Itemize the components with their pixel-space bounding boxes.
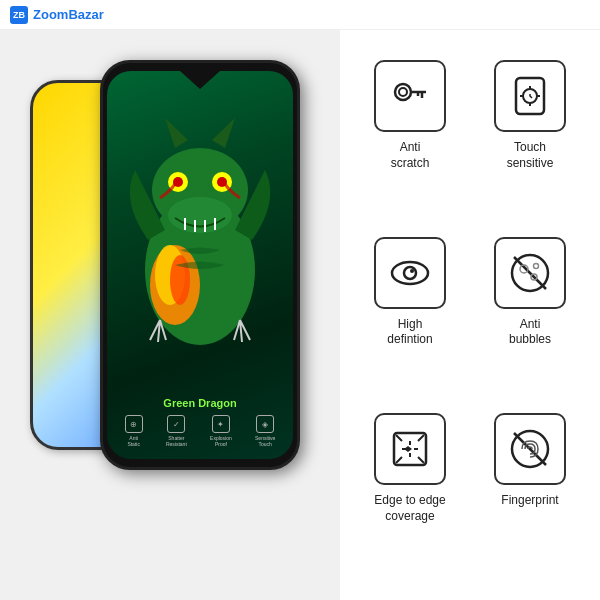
svg-point-2 bbox=[168, 197, 232, 233]
phone-feat-label: ExplosionProof bbox=[210, 435, 232, 447]
feature-label-anti-scratch: Antiscratch bbox=[391, 140, 430, 171]
phone-notch bbox=[180, 71, 220, 89]
phone-front: Green Dragon ⊕ AntiStatic ✓ ShatterResis… bbox=[100, 60, 300, 470]
feature-label-fingerprint: Fingerprint bbox=[501, 493, 558, 509]
feature-icon-box-edge-to-edge bbox=[374, 413, 446, 485]
phone-features-strip: ⊕ AntiStatic ✓ ShatterResistant ✦ Explos… bbox=[111, 411, 289, 451]
phone-feat-icon: ⊕ bbox=[125, 415, 143, 433]
phone-feat-label: ShatterResistant bbox=[166, 435, 187, 447]
phone-feat-item: ✦ ExplosionProof bbox=[210, 415, 232, 447]
feature-icon-box-touch-sensitive bbox=[494, 60, 566, 132]
svg-point-24 bbox=[404, 267, 416, 279]
feature-item-high-definition: Highdefintion bbox=[350, 227, 470, 404]
feature-item-edge-to-edge: Edge to edgecoverage bbox=[350, 403, 470, 580]
feature-icon-box-anti-bubbles bbox=[494, 237, 566, 309]
feature-label-anti-bubbles: Antibubbles bbox=[509, 317, 551, 348]
svg-point-16 bbox=[395, 84, 411, 100]
phone-feat-item: ◈ SensitiveTouch bbox=[255, 415, 275, 447]
feature-icon-box-high-definition bbox=[374, 237, 446, 309]
svg-line-33 bbox=[514, 433, 546, 465]
phone-feat-label: AntiStatic bbox=[127, 435, 140, 447]
phones-section: Green Dragon ⊕ AntiStatic ✓ ShatterResis… bbox=[0, 30, 340, 600]
feature-item-fingerprint: Fingerprint bbox=[470, 403, 590, 580]
feature-icon-box-fingerprint bbox=[494, 413, 566, 485]
svg-point-23 bbox=[392, 262, 428, 284]
phone-feat-icon: ✓ bbox=[167, 415, 185, 433]
phone-feat-label: SensitiveTouch bbox=[255, 435, 275, 447]
feature-label-touch-sensitive: Touchsensitive bbox=[507, 140, 554, 171]
svg-marker-7 bbox=[165, 118, 188, 148]
phone-feat-icon: ◈ bbox=[256, 415, 274, 433]
svg-point-30 bbox=[534, 263, 539, 268]
phone-feat-item: ✓ ShatterResistant bbox=[166, 415, 187, 447]
feature-label-edge-to-edge: Edge to edgecoverage bbox=[374, 493, 445, 524]
feature-item-touch-sensitive: Touchsensitive bbox=[470, 50, 590, 227]
logo-icon: ZB bbox=[10, 6, 28, 24]
logo-text: ZoomBazar bbox=[33, 7, 104, 22]
dragon-illustration bbox=[120, 110, 280, 370]
svg-line-27 bbox=[514, 257, 546, 289]
dragon-area bbox=[107, 81, 293, 399]
features-section: Antiscratch Touchsensitive Highdefintion… bbox=[340, 30, 600, 600]
svg-point-25 bbox=[410, 269, 414, 273]
feature-icon-box-anti-scratch bbox=[374, 60, 446, 132]
phone-feat-item: ⊕ AntiStatic bbox=[125, 415, 143, 447]
header: ZB ZoomBazar bbox=[0, 0, 600, 30]
svg-marker-8 bbox=[212, 118, 235, 148]
feature-item-anti-bubbles: Antibubbles bbox=[470, 227, 590, 404]
feature-item-anti-scratch: Antiscratch bbox=[350, 50, 470, 227]
svg-point-17 bbox=[399, 88, 407, 96]
main-content: Green Dragon ⊕ AntiStatic ✓ ShatterResis… bbox=[0, 30, 600, 600]
green-dragon-label: Green Dragon bbox=[163, 397, 236, 409]
phone-feat-icon: ✦ bbox=[212, 415, 230, 433]
feature-label-high-definition: Highdefintion bbox=[387, 317, 432, 348]
phone-screen: Green Dragon ⊕ AntiStatic ✓ ShatterResis… bbox=[107, 71, 293, 459]
